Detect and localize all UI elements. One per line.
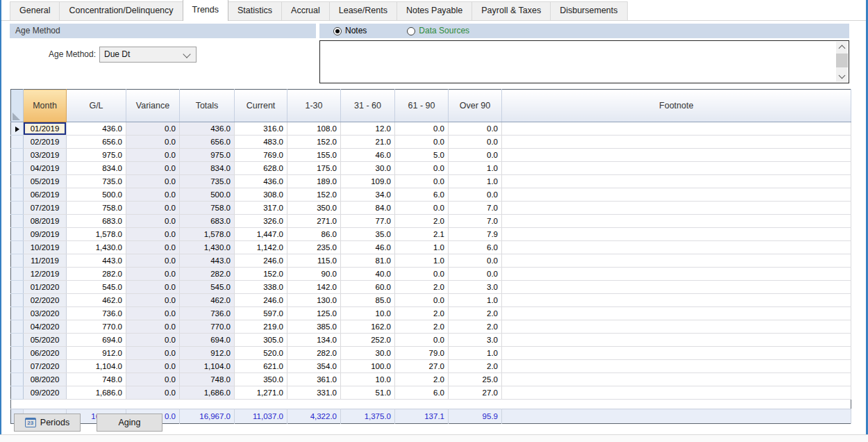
radio-notes[interactable]: Notes (333, 24, 367, 38)
cell-gl[interactable]: 748.0 (67, 373, 126, 386)
cell-gl[interactable]: 912.0 (67, 347, 126, 360)
cell-current[interactable]: 769.0 (235, 149, 287, 162)
cell-gl[interactable]: 834.0 (67, 162, 126, 175)
cell-variance[interactable]: 0.0 (126, 334, 180, 347)
cell-month[interactable]: 04/2020 (24, 320, 67, 334)
cell-aging-61-90[interactable]: 0.0 (395, 136, 449, 149)
cell-footnote[interactable] (502, 294, 851, 307)
cell-over-90[interactable]: 7.0 (449, 202, 502, 215)
cell-totals[interactable]: 436.0 (180, 122, 235, 136)
cell-gl[interactable]: 683.0 (67, 215, 126, 228)
cell-month[interactable]: 05/2020 (24, 334, 67, 347)
cell-current[interactable]: 152.0 (235, 268, 287, 281)
cell-aging-61-90[interactable]: 0.0 (395, 268, 449, 281)
cell-totals[interactable]: 975.0 (180, 149, 235, 162)
cell-totals[interactable]: 282.0 (180, 268, 235, 281)
cell-over-90[interactable]: 0.0 (449, 254, 502, 268)
cell-current[interactable]: 350.0 (235, 373, 287, 386)
cell-totals[interactable]: 683.0 (180, 215, 235, 228)
row-selector[interactable] (11, 149, 24, 162)
cell-current[interactable]: 1,271.0 (235, 386, 287, 400)
cell-month[interactable]: 05/2019 (24, 175, 67, 188)
cell-aging-61-90[interactable]: 2.0 (395, 281, 449, 294)
cell-variance[interactable]: 0.0 (126, 215, 180, 228)
cell-aging-1-30[interactable]: 90.0 (287, 268, 341, 281)
cell-footnote[interactable] (502, 188, 851, 202)
cell-current[interactable]: 597.0 (235, 307, 287, 320)
row-selector[interactable] (11, 294, 24, 307)
cell-aging-1-30[interactable]: 282.0 (287, 347, 341, 360)
cell-variance[interactable]: 0.0 (126, 228, 180, 241)
cell-totals[interactable]: 736.0 (180, 307, 235, 320)
periods-button[interactable]: 23 Periods (14, 414, 81, 432)
cell-variance[interactable]: 0.0 (126, 122, 180, 136)
cell-over-90[interactable]: 27.0 (449, 386, 502, 400)
cell-aging-61-90[interactable]: 0.0 (395, 162, 449, 175)
cell-aging-31-60[interactable]: 40.0 (341, 268, 395, 281)
cell-over-90[interactable]: 1.0 (449, 162, 502, 175)
cell-footnote[interactable] (502, 202, 851, 215)
cell-aging-31-60[interactable]: 109.0 (341, 175, 395, 188)
cell-totals[interactable]: 834.0 (180, 162, 235, 175)
cell-month[interactable]: 03/2020 (24, 307, 67, 320)
cell-aging-61-90[interactable]: 27.0 (395, 360, 449, 373)
cell-aging-31-60[interactable]: 35.0 (341, 228, 395, 241)
radio-data-sources[interactable]: Data Sources (407, 24, 469, 38)
cell-current[interactable]: 246.0 (235, 294, 287, 307)
tab-notes-payable[interactable]: Notes Payable (397, 1, 472, 20)
cell-gl[interactable]: 1,578.0 (67, 228, 126, 241)
cell-gl[interactable]: 436.0 (67, 122, 126, 136)
cell-over-90[interactable]: 0.0 (449, 149, 502, 162)
row-selector[interactable] (11, 334, 24, 347)
cell-variance[interactable]: 0.0 (126, 307, 180, 320)
cell-aging-1-30[interactable]: 235.0 (287, 241, 341, 254)
cell-variance[interactable]: 0.0 (126, 254, 180, 268)
cell-gl[interactable]: 500.0 (67, 188, 126, 202)
cell-current[interactable]: 483.0 (235, 136, 287, 149)
cell-gl[interactable]: 736.0 (67, 307, 126, 320)
cell-aging-1-30[interactable]: 152.0 (287, 136, 341, 149)
cell-month[interactable]: 03/2019 (24, 149, 67, 162)
cell-current[interactable]: 338.0 (235, 281, 287, 294)
cell-variance[interactable]: 0.0 (126, 320, 180, 334)
cell-over-90[interactable]: 7.0 (449, 215, 502, 228)
cell-variance[interactable]: 0.0 (126, 202, 180, 215)
cell-aging-1-30[interactable]: 142.0 (287, 281, 341, 294)
cell-footnote[interactable] (502, 373, 851, 386)
cell-aging-31-60[interactable]: 30.0 (341, 162, 395, 175)
cell-aging-31-60[interactable]: 12.0 (341, 122, 395, 136)
cell-totals[interactable]: 656.0 (180, 136, 235, 149)
column-header-footnote[interactable]: Footnote (502, 90, 851, 122)
cell-totals[interactable]: 1,104.0 (180, 360, 235, 373)
cell-aging-1-30[interactable]: 86.0 (287, 228, 341, 241)
row-selector[interactable] (11, 228, 24, 241)
row-selector[interactable] (11, 307, 24, 320)
cell-footnote[interactable] (502, 175, 851, 188)
cell-aging-1-30[interactable]: 385.0 (287, 320, 341, 334)
cell-aging-31-60[interactable]: 10.0 (341, 307, 395, 320)
row-selector[interactable] (11, 215, 24, 228)
cell-totals[interactable]: 735.0 (180, 175, 235, 188)
scroll-down-arrow-icon[interactable] (836, 71, 848, 82)
cell-month[interactable]: 09/2020 (24, 386, 67, 400)
row-selector[interactable] (11, 386, 24, 400)
cell-footnote[interactable] (502, 386, 851, 400)
column-header-aging-1-30[interactable]: 1-30 (287, 90, 341, 122)
cell-aging-31-60[interactable]: 252.0 (341, 334, 395, 347)
cell-current[interactable]: 520.0 (235, 347, 287, 360)
cell-variance[interactable]: 0.0 (126, 175, 180, 188)
cell-month[interactable]: 11/2019 (24, 254, 67, 268)
cell-over-90[interactable]: 25.0 (449, 373, 502, 386)
cell-footnote[interactable] (502, 241, 851, 254)
row-selector[interactable] (11, 122, 24, 136)
cell-variance[interactable]: 0.0 (126, 347, 180, 360)
cell-totals[interactable]: 1,430.0 (180, 241, 235, 254)
cell-variance[interactable]: 0.0 (126, 373, 180, 386)
cell-totals[interactable]: 912.0 (180, 347, 235, 360)
cell-variance[interactable]: 0.0 (126, 386, 180, 400)
cell-footnote[interactable] (502, 307, 851, 320)
cell-aging-1-30[interactable]: 189.0 (287, 175, 341, 188)
cell-gl[interactable]: 735.0 (67, 175, 126, 188)
cell-aging-61-90[interactable]: 2.0 (395, 215, 449, 228)
cell-current[interactable]: 1,447.0 (235, 228, 287, 241)
